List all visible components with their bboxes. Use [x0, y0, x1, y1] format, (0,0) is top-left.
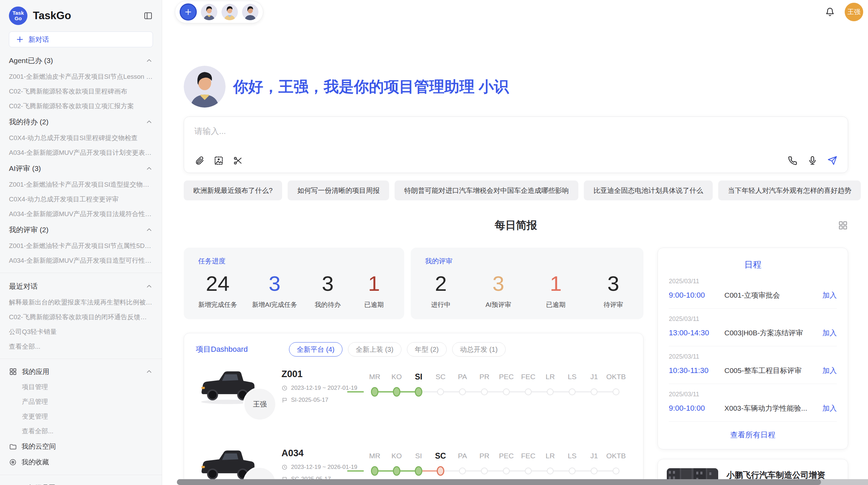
milestone-dot — [503, 468, 510, 474]
sidebar-item[interactable]: Z001-全新燃油轻卡产品开发项目SI造型提交物评审 — [9, 177, 153, 192]
schedule-event-title: X003-车辆动力学性能验... — [724, 403, 818, 413]
sidebar-item[interactable]: C0X4-动力总成开发项目SI里程碑提交物检查 — [9, 130, 153, 145]
stat-label: 新增完成任务 — [198, 300, 237, 309]
sidebar-item[interactable]: Z001-全新燃油皮卡产品开发项目SI节点Lesson Learn报告 — [9, 69, 153, 84]
suggestion-chip[interactable]: 欧洲新规最近颁布了什么? — [184, 181, 282, 200]
chevron-up-icon — [145, 57, 153, 64]
bell-icon[interactable] — [825, 7, 835, 17]
mic-icon[interactable] — [807, 156, 818, 166]
milestone-label: PR — [473, 370, 495, 384]
horizontal-scrollbar-track[interactable] — [177, 479, 868, 485]
milestone-label: SI — [408, 370, 430, 384]
sidebar-item[interactable]: A034-全新新能源MUV产品开发项目计划变更表编写 — [9, 145, 153, 160]
filter-pill[interactable]: 全新平台 (4) — [289, 342, 342, 357]
milestone-dot-area — [605, 463, 627, 479]
filter-pill[interactable]: 全新上装 (3) — [348, 342, 401, 357]
sidebar-link[interactable]: 我的收藏 — [9, 454, 153, 470]
attachment-icon[interactable] — [194, 156, 205, 166]
sidebar-section-header[interactable]: 我的待办 (2) — [9, 113, 153, 130]
chat-input[interactable] — [194, 126, 644, 136]
sidebar-item[interactable]: C0X4-动力总成开发项目工程变更评审 — [9, 192, 153, 207]
user-avatar[interactable]: 王强 — [845, 3, 863, 21]
milestone: MR — [364, 370, 386, 436]
sidebar-my-apps[interactable]: 我的应用 — [9, 364, 153, 380]
sidebar-item[interactable]: C02-飞腾新能源轻客改款项目里程碑画布 — [9, 84, 153, 99]
sidebar-tool[interactable]: AI超级员工 — [9, 480, 153, 485]
sidebar-item[interactable]: A034-全新新能源MUV产品开发项目造型可行性评审 — [9, 253, 153, 268]
stat-label: 待评审 — [598, 300, 629, 309]
add-agent-button[interactable] — [180, 3, 197, 21]
sidebar-item[interactable]: A034-全新新能源MUV产品开发项目法规符合性评审 — [9, 207, 153, 221]
milestone-label: SC — [430, 370, 451, 384]
milestone: FEC — [517, 370, 539, 436]
schedule-date: 2025/03/11 — [669, 315, 837, 323]
send-icon[interactable] — [827, 156, 837, 166]
stat-label: 已逾期 — [358, 300, 390, 309]
app-sub-item[interactable]: 变更管理 — [9, 409, 153, 424]
milestone-label: PR — [473, 449, 495, 463]
project-owner-avatar: 王强 — [243, 387, 277, 421]
recent-chat-item[interactable]: 解释最新出台的欧盟报废车法规再生塑料比例被调至15%... — [9, 295, 153, 310]
sidebar-item[interactable]: C02-飞腾新能源轻客改款项目立项汇报方案 — [9, 99, 153, 113]
milestone: LR — [539, 370, 561, 436]
image-upload-icon[interactable] — [214, 156, 224, 166]
filter-pill[interactable]: 年型 (2) — [407, 342, 447, 357]
layout-grid-icon[interactable] — [838, 220, 848, 231]
app-sub-item[interactable]: 项目管理 — [9, 380, 153, 394]
project-name: A034 — [281, 448, 364, 459]
chevron-up-icon — [145, 165, 153, 172]
stat-label: 已逾期 — [540, 300, 571, 309]
app-sub-item[interactable]: 查看全部... — [9, 424, 153, 438]
recent-chat-item[interactable]: C02-飞腾新能源轻客改款项目的闭环通告反馈情况 — [9, 310, 153, 324]
join-link[interactable]: 加入 — [822, 290, 837, 300]
milestone-label: PEC — [495, 449, 517, 463]
stat-value: 2 — [425, 271, 457, 296]
star-badge-icon — [9, 458, 17, 466]
suggestion-chip[interactable]: 比亚迪全固态电池计划具体说了什么 — [584, 181, 713, 200]
sidebar-section-header[interactable]: AI评审 (3) — [9, 160, 153, 177]
sidebar-section-header[interactable]: 我的评审 (2) — [9, 221, 153, 238]
milestone-dot — [591, 388, 598, 395]
phone-icon[interactable] — [787, 156, 798, 166]
schedule-item: 2025/03/1113:00-14:30C003|H0B-方案冻结评审加入 — [669, 309, 837, 346]
sidebar-link[interactable]: 我的云空间 — [9, 438, 153, 454]
milestone-dot-area — [605, 384, 627, 400]
join-link[interactable]: 加入 — [822, 328, 837, 338]
horizontal-scrollbar-thumb[interactable] — [177, 479, 821, 485]
scissors-icon[interactable] — [233, 156, 243, 166]
sidebar-section-header[interactable]: Agent已办 (3) — [9, 52, 153, 69]
suggestion-chip[interactable]: 如何写一份清晰的项目周报 — [288, 181, 389, 200]
suggestion-chip[interactable]: 当下年轻人对汽车外观有怎样的喜好趋势 — [718, 181, 861, 200]
milestone: OKTB — [605, 370, 627, 436]
filter-pill[interactable]: 动总开发 (1) — [452, 342, 506, 357]
sidebar-collapse-icon[interactable] — [143, 11, 153, 21]
briefing-header: 每日简报 — [184, 218, 848, 233]
schedule-row: 10:30-11:30C005-整车工程目标评审加入 — [669, 366, 837, 375]
view-all-schedule-link[interactable]: 查看所有日程 — [669, 422, 837, 444]
milestone-label: J1 — [583, 370, 605, 384]
milestone: SI — [408, 370, 430, 436]
recent-chat-item[interactable]: 查看全部... — [9, 339, 153, 354]
divider — [0, 359, 162, 359]
stat-label: 我的待办 — [312, 300, 343, 309]
sidebar-recent-header[interactable]: 最近对话 — [9, 278, 153, 295]
schedule-event-title: C005-整车工程目标评审 — [724, 366, 818, 375]
join-link[interactable]: 加入 — [822, 403, 837, 413]
milestone-dot — [525, 468, 532, 474]
avatar-1[interactable] — [201, 4, 217, 20]
project-row[interactable]: 王强Z0012023-12-19 ~ 2027-01-19SI-2025-05-… — [196, 365, 631, 436]
sidebar-item[interactable]: Z001-全新燃油轻卡产品开发项目SI节点属性5D文件评审 — [9, 238, 153, 253]
stat-card: 我的评审2进行中3AI预评审1已逾期3待评审 — [411, 248, 643, 319]
app-sub-item[interactable]: 产品管理 — [9, 394, 153, 409]
avatar-2[interactable] — [221, 4, 238, 20]
recent-chat-item[interactable]: 公司Q3轻卡销量 — [9, 324, 153, 339]
new-chat-button[interactable]: 新对话 — [9, 32, 153, 47]
stat: 3新增AI完成任务 — [252, 271, 297, 309]
cloud-icon — [9, 443, 17, 450]
suggestion-chip[interactable]: 特朗普可能对进口汽车增税会对中国车企造成哪些影响 — [395, 181, 578, 200]
schedule-item: 2025/03/119:00-10:00X003-车辆动力学性能验...加入 — [669, 384, 837, 422]
sidebar-section-header-label: AI评审 (3) — [9, 164, 41, 173]
milestone-dot — [613, 388, 619, 395]
join-link[interactable]: 加入 — [822, 366, 837, 375]
avatar-3[interactable] — [242, 4, 258, 20]
